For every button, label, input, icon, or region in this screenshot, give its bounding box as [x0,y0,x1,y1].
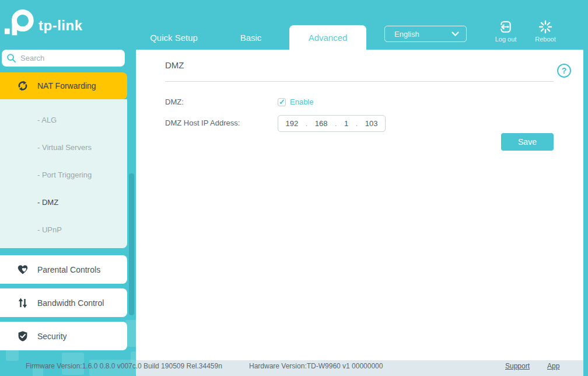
sidebar-item-label: Bandwidth Control [37,298,104,308]
tp-link-logo: tp-link [4,6,108,42]
dmz-host-ip-input[interactable]: 192 . 168 . 1 . 103 [278,115,386,132]
dmz-host-ip-label: DMZ Host IP Address: [165,119,240,127]
parental-controls-icon [17,264,29,276]
reboot-button[interactable]: Reboot [528,20,563,43]
nat-forwarding-icon [17,80,29,92]
logout-label: Log out [488,36,523,43]
sidebar-subitem-alg[interactable]: - ALG [0,106,127,134]
sidebar-item-label: Security [37,332,67,341]
logo-text: tp-link [38,18,83,34]
search-icon [6,53,16,63]
dmz-field-label: DMZ: [165,98,184,106]
sidebar-item-label: Parental Controls [37,265,100,274]
reboot-icon [538,20,552,34]
ip-separator: . [356,120,358,128]
router-admin-page: tp-link Quick Setup Basic Advanced Engli… [0,0,588,376]
sidebar-subitem-dmz[interactable]: - DMZ [0,189,127,216]
ip-octet-1[interactable]: 192 [286,119,299,128]
firmware-version-text: Firmware Version:1.6.0 0.8.0 v007c.0 Bui… [26,362,222,370]
sidebar-subitem-port-triggering[interactable]: - Port Triggering [0,161,127,189]
sidebar-subitem-upnp[interactable]: - UPnP [0,216,127,243]
title-divider [165,81,554,82]
sidebar-item-parental-controls[interactable]: Parental Controls [0,255,127,284]
dmz-enable-label[interactable]: Enable [290,98,313,106]
tp-link-logo-icon [4,7,37,41]
save-button[interactable]: Save [501,133,554,151]
checkbox-check-icon: ✓ [279,98,285,106]
hardware-version-text: Hardware Version:TD-W9960 v1 00000000 [249,362,383,370]
sidebar-item-security[interactable]: Security [0,322,127,350]
logout-icon [499,20,513,34]
bandwidth-control-icon [17,297,29,309]
sidebar-item-nat-forwarding[interactable]: NAT Forwarding [0,72,127,99]
tab-basic[interactable]: Basic [212,25,289,50]
security-icon [17,330,29,342]
sidebar-search [2,50,125,67]
ip-octet-2[interactable]: 168 [315,119,328,128]
help-icon[interactable]: ? [557,64,571,78]
app-link[interactable]: App [547,362,559,370]
reboot-label: Reboot [528,36,563,43]
ip-octet-3[interactable]: 1 [344,119,348,128]
main-nav-tabs: Quick Setup Basic Advanced [135,25,366,50]
language-select[interactable]: English [384,26,467,42]
page-title: DMZ [165,60,184,70]
sidebar-item-label: NAT Forwarding [37,81,96,90]
ip-separator: . [306,120,307,128]
tab-advanced[interactable]: Advanced [289,25,366,50]
support-link[interactable]: Support [505,362,530,370]
logout-button[interactable]: Log out [488,20,523,43]
dmz-enable-checkbox[interactable]: ✓ [278,98,286,106]
ip-separator: . [335,120,337,128]
sidebar-scrollbar-thumb[interactable] [129,173,134,315]
chevron-down-icon [452,32,459,37]
sidebar-subitem-virtual-servers[interactable]: - Virtual Servers [0,134,127,161]
tab-quick-setup[interactable]: Quick Setup [135,25,212,50]
sidebar-item-bandwidth-control[interactable]: Bandwidth Control [0,288,127,317]
content-panel: DMZ ? DMZ: ✓ Enable DMZ Host IP Address:… [136,50,583,360]
nat-forwarding-submenu: - ALG - Virtual Servers - Port Triggerin… [0,99,127,248]
search-input[interactable] [20,54,114,62]
language-selected-value: English [394,30,452,39]
ip-octet-4[interactable]: 103 [365,119,378,128]
